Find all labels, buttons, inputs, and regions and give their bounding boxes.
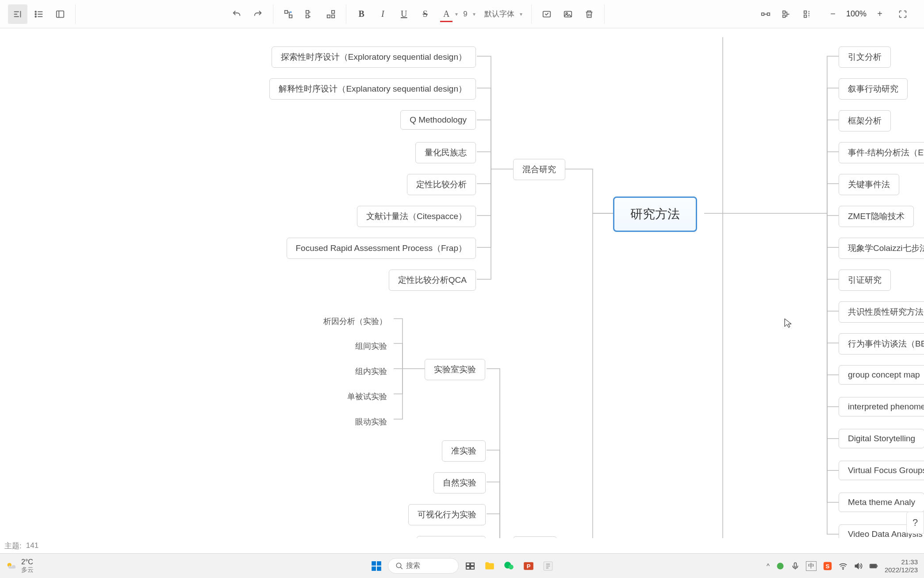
svg-text:P: P: [526, 563, 530, 570]
mindmap-node[interactable]: Virtual Focus Groups: [839, 461, 924, 480]
mindmap-node[interactable]: Meta theme Analy: [839, 493, 924, 512]
strike-icon[interactable]: S: [415, 4, 435, 24]
mindmap-node[interactable]: 可视化行为实验: [408, 504, 486, 525]
mindmap-node[interactable]: 关键事件法: [839, 174, 899, 195]
mindmap-node[interactable]: 量化民族志: [415, 142, 476, 163]
zoom-level: 100%: [846, 9, 866, 19]
wechat-icon[interactable]: [501, 558, 517, 574]
svg-point-26: [396, 563, 401, 568]
svg-rect-29: [466, 566, 470, 569]
mindmap-node[interactable]: 定性比较分析: [407, 174, 476, 195]
delete-icon[interactable]: [579, 4, 599, 24]
mindmap-node[interactable]: 定性比较分析QCA: [389, 270, 476, 291]
mindmap-node[interactable]: Q Methodology: [400, 110, 476, 130]
start-icon[interactable]: [368, 558, 384, 574]
bold-icon[interactable]: B: [352, 4, 371, 24]
weather-widget[interactable]: 2°C 多云: [0, 558, 39, 574]
italic-icon[interactable]: I: [373, 4, 392, 24]
svg-rect-22: [372, 561, 376, 566]
mindmap-node[interactable]: 决策实验室法: [417, 536, 486, 538]
mindmap-node[interactable]: Digital Storytelling: [839, 429, 924, 448]
svg-rect-9: [332, 10, 334, 13]
mindmap-node[interactable]: 引文分析: [839, 46, 891, 68]
mindmap-node[interactable]: group concept map: [839, 365, 924, 385]
mindmap-node[interactable]: Focused Rapid Assessment Process（Frap）: [287, 238, 476, 259]
list-icon[interactable]: [29, 4, 49, 24]
svg-rect-7: [306, 10, 309, 13]
status-label: 主题:: [4, 541, 22, 551]
mindmap-node[interactable]: 组内实验: [349, 362, 393, 380]
mindmap-node[interactable]: 眼动实验: [349, 413, 393, 431]
mindmap-node[interactable]: 组间实验: [349, 337, 393, 355]
mindmap-node[interactable]: ZMET隐喻技术: [839, 206, 914, 227]
svg-point-1: [35, 13, 36, 15]
onedrive-icon[interactable]: [776, 562, 785, 570]
boundary-icon[interactable]: [798, 4, 818, 24]
svg-rect-20: [804, 15, 807, 17]
clock[interactable]: 21:33 2022/12/23: [885, 558, 918, 574]
font-size-select[interactable]: 9▾: [460, 10, 479, 19]
insert-image-icon[interactable]: [558, 4, 578, 24]
add-sibling-icon[interactable]: [300, 4, 319, 24]
svg-point-40: [843, 568, 843, 569]
mindmap-node[interactable]: 共识性质性研究方法: [839, 301, 924, 323]
outline-indent-icon[interactable]: [8, 4, 27, 24]
underline-icon[interactable]: U: [394, 4, 414, 24]
powerpoint-icon[interactable]: P: [521, 558, 537, 574]
root-node[interactable]: 研究方法: [613, 197, 697, 232]
fit-icon[interactable]: [893, 4, 912, 24]
toolbar: B I U S A ▾ 9▾ 默认字体▾ − 100% +: [0, 0, 924, 28]
insert-attachment-icon[interactable]: [537, 4, 556, 24]
svg-rect-19: [804, 11, 807, 13]
branch-experiment[interactable]: 实验法: [513, 536, 557, 538]
font-family-select[interactable]: 默认字体▾: [481, 9, 526, 19]
temperature: 2°C: [21, 558, 34, 566]
svg-point-2: [35, 16, 36, 17]
mindmap-canvas[interactable]: 研究方法 混合研究 探索性时序设计（Exploratory sequential…: [0, 28, 924, 538]
svg-rect-24: [372, 566, 376, 571]
mindmap-node[interactable]: 准实验: [442, 440, 486, 462]
mindmap-node[interactable]: 探索性时序设计（Exploratory sequential design）: [272, 46, 476, 68]
add-parent-icon[interactable]: [321, 4, 341, 24]
zoom-in-icon[interactable]: +: [870, 4, 889, 24]
svg-rect-42: [870, 565, 876, 567]
sogou-icon[interactable]: S: [823, 561, 832, 571]
app-icon[interactable]: [540, 558, 556, 574]
mindmap-node[interactable]: 引证研究: [839, 270, 891, 291]
mindmap-node[interactable]: 现象学Colaizzi七步法: [839, 238, 924, 259]
mindmap-node[interactable]: 行为事件访谈法（BE: [839, 333, 924, 355]
branch-lab-experiment[interactable]: 实验室实验: [425, 359, 485, 380]
mic-icon[interactable]: [791, 562, 800, 570]
branch-mixed-research[interactable]: 混合研究: [513, 159, 565, 180]
sidebar-toggle-icon[interactable]: [50, 4, 70, 24]
zoom-out-icon[interactable]: −: [823, 4, 843, 24]
ime-indicator[interactable]: 中: [806, 561, 817, 571]
taskbar-search[interactable]: 搜索: [388, 558, 459, 574]
relation-icon[interactable]: [756, 4, 775, 24]
mindmap-node[interactable]: 析因分析（实验）: [317, 312, 393, 330]
mindmap-node[interactable]: 单被试实验: [341, 388, 393, 405]
add-child-icon[interactable]: [279, 4, 298, 24]
summary-icon[interactable]: [777, 4, 797, 24]
mindmap-node[interactable]: 事件-结构分析法（ET: [839, 142, 924, 163]
help-button[interactable]: ?: [906, 512, 924, 534]
mindmap-node[interactable]: 叙事行动研究: [839, 78, 908, 100]
mindmap-node[interactable]: interpreted phenomen: [839, 397, 924, 416]
svg-rect-4: [285, 10, 288, 13]
undo-icon[interactable]: [227, 4, 246, 24]
wifi-icon[interactable]: [839, 562, 847, 570]
svg-rect-5: [289, 15, 292, 17]
redo-icon[interactable]: [248, 4, 268, 24]
mindmap-node[interactable]: 框架分析: [839, 110, 891, 131]
font-color-icon[interactable]: A: [437, 4, 456, 24]
mindmap-node[interactable]: 文献计量法（Citespacce）: [357, 206, 476, 227]
taskview-icon[interactable]: [462, 558, 478, 574]
battery-icon[interactable]: [869, 562, 878, 570]
explorer-icon[interactable]: [482, 558, 498, 574]
mindmap-node[interactable]: 解释性时序设计（Explanatory sequential design）: [269, 78, 476, 100]
tray-chevron-icon[interactable]: ^: [767, 562, 770, 570]
volume-icon[interactable]: [854, 562, 863, 570]
svg-rect-17: [783, 11, 786, 13]
mindmap-node[interactable]: 自然实验: [433, 472, 486, 493]
svg-point-32: [508, 564, 513, 569]
